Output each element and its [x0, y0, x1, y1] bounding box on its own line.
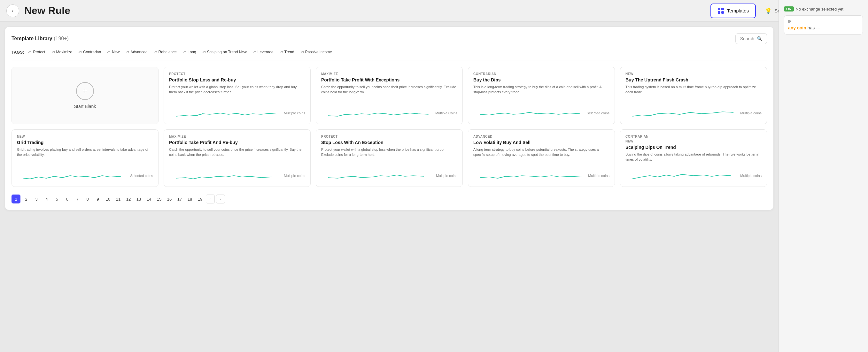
template-library: Template Library (190+) Search 🔍 TAGS: 🏷… [5, 27, 773, 210]
tag-scalping-on-trend[interactable]: 🏷Scalping on Trend New [201, 49, 249, 55]
tag-new[interactable]: 🏷New [105, 49, 121, 55]
next-page-button[interactable]: › [216, 195, 225, 203]
portfolio-stop-loss-card[interactable]: PROTECT Portfolio Stop Loss and Re-buy P… [164, 67, 311, 124]
card-desc: Catch the opportunity to sell your coins… [169, 147, 305, 157]
page-14[interactable]: 14 [145, 195, 153, 203]
card-tag: NEW [625, 72, 762, 76]
card-footer: Multiple coins [169, 107, 305, 119]
card-coins: Multiple Coins [435, 111, 457, 115]
search-box[interactable]: Search 🔍 [735, 33, 767, 44]
page-6[interactable]: 6 [63, 195, 71, 203]
stop-loss-exception-card[interactable]: PROTECT Stop Loss With An Exception Prot… [316, 129, 463, 187]
library-title-text: Template Library [11, 36, 53, 41]
scalping-dips-card[interactable]: CONTRARIAN NEW Scalping Dips On Trend Bu… [620, 129, 767, 187]
card-desc: Protect your wallet with a global stop l… [321, 147, 457, 157]
page-13[interactable]: 13 [134, 195, 143, 203]
card-title: Buy the Dips [473, 77, 610, 83]
page-11[interactable]: 11 [114, 195, 123, 203]
card-desc: Catch the opportunity to sell your coins… [321, 85, 457, 95]
tag-icon: 🏷 [183, 51, 186, 54]
tag-advanced[interactable]: 🏷Advanced [124, 49, 149, 55]
search-icon: 🔍 [757, 36, 762, 41]
tag-icon: 🏷 [107, 51, 111, 54]
card-tag: PROTECT [321, 135, 457, 138]
card-footer: Multiple coins [169, 170, 305, 182]
card-chart [17, 170, 130, 182]
card-footer: Multiple coins [473, 170, 610, 182]
card-title: Stop Loss With An Exception [321, 139, 457, 145]
templates-label: Templates [727, 8, 749, 13]
tag-contrarian[interactable]: 🏷Contrarian [77, 49, 103, 55]
card-title: Portfolio Take Profit With Exceptions [321, 77, 457, 83]
page-17[interactable]: 17 [175, 195, 184, 203]
if-rule-block: IF any coin has --- [784, 15, 863, 34]
tag-icon: 🏷 [253, 51, 256, 54]
card-desc: This trading system is based on a multi … [625, 85, 762, 95]
page-19[interactable]: 19 [195, 195, 205, 203]
page-4[interactable]: 4 [42, 195, 51, 203]
card-tag: ADVANCED [473, 135, 610, 138]
tag-rebalance[interactable]: 🏷Rebalance [152, 49, 179, 55]
card-title: Scalping Dips On Trend [625, 145, 762, 150]
prev-page-button[interactable]: ‹ [206, 195, 215, 203]
tags-label: TAGS: [11, 50, 24, 55]
tag-passive-income[interactable]: 🏷Passive income [299, 49, 334, 55]
card-coins: Selected coins [130, 174, 153, 178]
templates-button[interactable]: Templates [710, 3, 756, 18]
if-value: any coin has --- [788, 25, 859, 30]
card-chart [625, 107, 740, 119]
card-tag-contrarian: CONTRARIAN [625, 135, 762, 138]
page-9[interactable]: 9 [93, 195, 102, 203]
card-chart [473, 107, 586, 119]
grid-trading-card[interactable]: NEW Grid Trading Grid trading involves p… [11, 129, 158, 187]
tag-icon: 🏷 [28, 51, 32, 54]
card-footer: Multiple Coins [321, 107, 457, 119]
card-chart [321, 107, 435, 119]
card-desc: This is a long-term trading strategy to … [473, 85, 610, 95]
cards-grid: + Start Blank PROTECT Portfolio Stop Los… [11, 67, 767, 187]
low-volatility-card[interactable]: ADVANCED Low Volatility Buy And Sell A l… [468, 129, 615, 187]
card-tag: CONTRARIAN [473, 72, 610, 76]
on-badge-row: ON No exchange selected yet [784, 6, 863, 11]
card-title: Grid Trading [17, 139, 153, 145]
card-coins: Multiple coins [284, 111, 305, 115]
buy-dips-card[interactable]: CONTRARIAN Buy the Dips This is a long-t… [468, 67, 615, 124]
tag-protect[interactable]: 🏷Protect [27, 49, 47, 55]
plus-icon: + [76, 82, 94, 100]
buy-uptrend-card[interactable]: NEW Buy The Uptrend Flash Crash This tra… [620, 67, 767, 124]
tag-icon: 🏷 [301, 51, 304, 54]
side-panel: ON No exchange selected yet IF any coin … [778, 0, 868, 352]
card-chart [169, 107, 284, 119]
portfolio-take-profit-card[interactable]: MAXIMIZE Portfolio Take Profit With Exce… [316, 67, 463, 124]
tag-leverage[interactable]: 🏷Leverage [251, 49, 276, 55]
back-button[interactable]: ‹ [6, 4, 19, 17]
page-5[interactable]: 5 [53, 195, 61, 203]
card-chart [169, 170, 284, 182]
tag-long[interactable]: 🏷Long [181, 49, 198, 55]
page-8[interactable]: 8 [83, 195, 92, 203]
page-18[interactable]: 18 [185, 195, 194, 203]
portfolio-take-profit-rebuy-card[interactable]: MAXIMIZE Portfolio Take Profit And Re-bu… [164, 129, 311, 187]
search-label: Search [740, 36, 754, 41]
page-16[interactable]: 16 [165, 195, 174, 203]
card-tag: MAXIMIZE [169, 135, 305, 138]
page-7[interactable]: 7 [73, 195, 82, 203]
page-2[interactable]: 2 [22, 195, 31, 203]
tag-maximize[interactable]: 🏷Maximize [50, 49, 74, 55]
page-10[interactable]: 10 [103, 195, 113, 203]
card-chart [473, 170, 588, 182]
page-15[interactable]: 15 [155, 195, 164, 203]
tag-icon: 🏷 [79, 51, 82, 54]
no-exchange-text: No exchange selected yet [796, 7, 844, 11]
card-coins: Multiple coins [436, 174, 457, 178]
page-1[interactable]: 1 [11, 195, 21, 203]
page-3[interactable]: 3 [32, 195, 41, 203]
card-desc: A long term strategy to buy coins before… [473, 147, 610, 157]
start-blank-card[interactable]: + Start Blank [11, 67, 158, 124]
tag-trend[interactable]: 🏷Trend [278, 49, 296, 55]
on-toggle[interactable]: ON [784, 6, 794, 11]
page-12[interactable]: 12 [124, 195, 133, 203]
page-title: New Rule [24, 5, 705, 17]
tag-icon: 🏷 [154, 51, 157, 54]
card-title: Portfolio Stop Loss and Re-buy [169, 77, 305, 83]
